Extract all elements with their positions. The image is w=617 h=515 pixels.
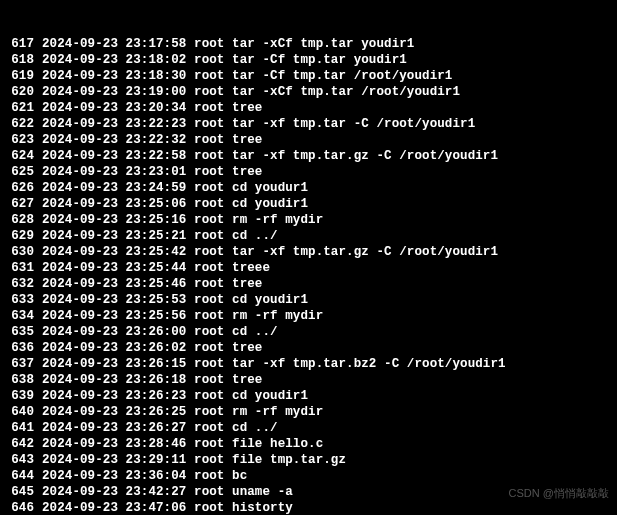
- history-line: 6422024-09-23 23:28:46 root file hello.c: [0, 436, 617, 452]
- history-entry: 2024-09-23 23:25:21 root cd ../: [42, 229, 278, 243]
- history-line: 6382024-09-23 23:26:18 root tree: [0, 372, 617, 388]
- history-number: 618: [0, 52, 42, 68]
- history-number: 626: [0, 180, 42, 196]
- history-number: 643: [0, 452, 42, 468]
- history-number: 644: [0, 468, 42, 484]
- history-entry: 2024-09-23 23:26:18 root tree: [42, 373, 262, 387]
- history-number: 639: [0, 388, 42, 404]
- history-number: 646: [0, 500, 42, 515]
- history-entry: 2024-09-23 23:23:01 root tree: [42, 165, 262, 179]
- history-entry: 2024-09-23 23:47:06 root historty: [42, 501, 293, 515]
- history-line: 6272024-09-23 23:25:06 root cd youdir1: [0, 196, 617, 212]
- history-line: 6302024-09-23 23:25:42 root tar -xf tmp.…: [0, 244, 617, 260]
- history-line: 6332024-09-23 23:25:53 root cd youdir1: [0, 292, 617, 308]
- history-line: 6362024-09-23 23:26:02 root tree: [0, 340, 617, 356]
- history-number: 619: [0, 68, 42, 84]
- history-number: 620: [0, 84, 42, 100]
- history-number: 631: [0, 260, 42, 276]
- history-line: 6352024-09-23 23:26:00 root cd ../: [0, 324, 617, 340]
- history-entry: 2024-09-23 23:26:25 root rm -rf mydir: [42, 405, 323, 419]
- history-entry: 2024-09-23 23:25:46 root tree: [42, 277, 262, 291]
- history-number: 640: [0, 404, 42, 420]
- history-number: 634: [0, 308, 42, 324]
- history-number: 628: [0, 212, 42, 228]
- history-line: 6292024-09-23 23:25:21 root cd ../: [0, 228, 617, 244]
- history-number: 629: [0, 228, 42, 244]
- history-number: 623: [0, 132, 42, 148]
- history-entry: 2024-09-23 23:26:02 root tree: [42, 341, 262, 355]
- history-line: 6232024-09-23 23:22:32 root tree: [0, 132, 617, 148]
- history-entry: 2024-09-23 23:36:04 root bc: [42, 469, 247, 483]
- history-entry: 2024-09-23 23:26:15 root tar -xf tmp.tar…: [42, 357, 506, 371]
- history-entry: 2024-09-23 23:25:42 root tar -xf tmp.tar…: [42, 245, 498, 259]
- history-line: 6172024-09-23 23:17:58 root tar -xCf tmp…: [0, 36, 617, 52]
- history-line: 6322024-09-23 23:25:46 root tree: [0, 276, 617, 292]
- history-number: 625: [0, 164, 42, 180]
- history-entry: 2024-09-23 23:18:02 root tar -Cf tmp.tar…: [42, 53, 407, 67]
- history-line: 6432024-09-23 23:29:11 root file tmp.tar…: [0, 452, 617, 468]
- history-entry: 2024-09-23 23:22:23 root tar -xf tmp.tar…: [42, 117, 475, 131]
- history-entry: 2024-09-23 23:22:58 root tar -xf tmp.tar…: [42, 149, 498, 163]
- history-number: 617: [0, 36, 42, 52]
- history-entry: 2024-09-23 23:25:16 root rm -rf mydir: [42, 213, 323, 227]
- history-line: 6312024-09-23 23:25:44 root treee: [0, 260, 617, 276]
- history-line: 6202024-09-23 23:19:00 root tar -xCf tmp…: [0, 84, 617, 100]
- history-line: 6212024-09-23 23:20:34 root tree: [0, 100, 617, 116]
- history-line: 6442024-09-23 23:36:04 root bc: [0, 468, 617, 484]
- history-entry: 2024-09-23 23:19:00 root tar -xCf tmp.ta…: [42, 85, 460, 99]
- history-entry: 2024-09-23 23:25:53 root cd youdir1: [42, 293, 308, 307]
- history-number: 641: [0, 420, 42, 436]
- history-line: 6452024-09-23 23:42:27 root uname -a: [0, 484, 617, 500]
- history-entry: 2024-09-23 23:26:27 root cd ../: [42, 421, 278, 435]
- history-entry: 2024-09-23 23:25:06 root cd youdir1: [42, 197, 308, 211]
- history-line: 6252024-09-23 23:23:01 root tree: [0, 164, 617, 180]
- history-line: 6392024-09-23 23:26:23 root cd youdir1: [0, 388, 617, 404]
- history-line: 6412024-09-23 23:26:27 root cd ../: [0, 420, 617, 436]
- history-line: 6372024-09-23 23:26:15 root tar -xf tmp.…: [0, 356, 617, 372]
- history-entry: 2024-09-23 23:22:32 root tree: [42, 133, 262, 147]
- history-line: 6222024-09-23 23:22:23 root tar -xf tmp.…: [0, 116, 617, 132]
- history-line: 6402024-09-23 23:26:25 root rm -rf mydir: [0, 404, 617, 420]
- history-entry: 2024-09-23 23:26:23 root cd youdir1: [42, 389, 308, 403]
- history-number: 622: [0, 116, 42, 132]
- history-entry: 2024-09-23 23:42:27 root uname -a: [42, 485, 293, 499]
- history-line: 6462024-09-23 23:47:06 root historty: [0, 500, 617, 515]
- history-number: 635: [0, 324, 42, 340]
- history-entry: 2024-09-23 23:26:00 root cd ../: [42, 325, 278, 339]
- history-entry: 2024-09-23 23:28:46 root file hello.c: [42, 437, 323, 451]
- history-line: 6242024-09-23 23:22:58 root tar -xf tmp.…: [0, 148, 617, 164]
- history-line: 6192024-09-23 23:18:30 root tar -Cf tmp.…: [0, 68, 617, 84]
- history-number: 621: [0, 100, 42, 116]
- history-entry: 2024-09-23 23:24:59 root cd youdur1: [42, 181, 308, 195]
- history-line: 6282024-09-23 23:25:16 root rm -rf mydir: [0, 212, 617, 228]
- history-number: 642: [0, 436, 42, 452]
- history-number: 633: [0, 292, 42, 308]
- history-entry: 2024-09-23 23:20:34 root tree: [42, 101, 262, 115]
- history-line: 6262024-09-23 23:24:59 root cd youdur1: [0, 180, 617, 196]
- history-entry: 2024-09-23 23:29:11 root file tmp.tar.gz: [42, 453, 346, 467]
- history-entry: 2024-09-23 23:25:44 root treee: [42, 261, 270, 275]
- history-entry: 2024-09-23 23:25:56 root rm -rf mydir: [42, 309, 323, 323]
- history-entry: 2024-09-23 23:18:30 root tar -Cf tmp.tar…: [42, 69, 452, 83]
- history-number: 624: [0, 148, 42, 164]
- history-number: 645: [0, 484, 42, 500]
- history-number: 630: [0, 244, 42, 260]
- history-line: 6182024-09-23 23:18:02 root tar -Cf tmp.…: [0, 52, 617, 68]
- history-number: 632: [0, 276, 42, 292]
- history-number: 636: [0, 340, 42, 356]
- terminal-output[interactable]: 6172024-09-23 23:17:58 root tar -xCf tmp…: [0, 0, 617, 515]
- history-entry: 2024-09-23 23:17:58 root tar -xCf tmp.ta…: [42, 37, 414, 51]
- history-number: 627: [0, 196, 42, 212]
- history-number: 637: [0, 356, 42, 372]
- history-number: 638: [0, 372, 42, 388]
- history-line: 6342024-09-23 23:25:56 root rm -rf mydir: [0, 308, 617, 324]
